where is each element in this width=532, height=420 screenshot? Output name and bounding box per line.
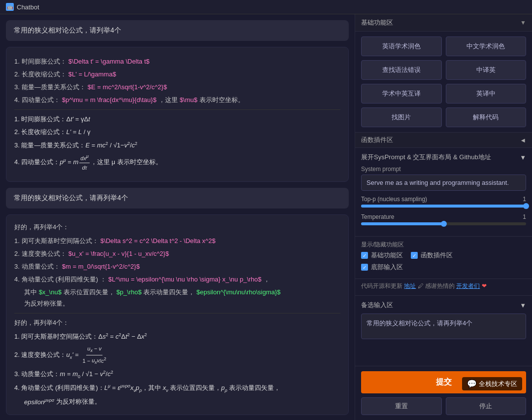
main-layout: 常用的狭义相对论公式，请列举4个 1. 时间膨胀公式： $\Delta t' =…	[0, 14, 532, 420]
chat-panel[interactable]: 常用的狭义相对论公式，请列举4个 1. 时间膨胀公式： $\Delta t' =…	[0, 14, 355, 420]
watermark: 💬 全栈技术专区	[462, 377, 522, 390]
plain2-2: 2. 速度变换公式：ux' = ux − v1 − uxv/c2	[14, 344, 340, 367]
alt-input-section: 备选输入区 ▼ 常用的狭义相对论公式，请再列举4个	[355, 296, 532, 366]
stop-button[interactable]: 停止	[446, 397, 527, 415]
formula-line-3: 3. 能量—质量关系公式： $E = mc^2/\sqrt{1-v^2/c^2}…	[14, 82, 340, 93]
temperature-slider[interactable]	[361, 222, 526, 225]
expand-section: 展开SysPrompt & 交互界面布局 & Github地址 ▼ System…	[355, 148, 532, 237]
heart-icon: ❤	[482, 282, 487, 289]
user-message-2: 常用的狭义相对论公式，请再列举4个	[6, 188, 349, 209]
visibility-section: 显示/隐藏功能区 ✓ 基础功能区 ✓ 函数插件区	[355, 237, 532, 279]
plugin-section-header[interactable]: 函数插件区 ◄	[355, 132, 532, 148]
checkbox-plugin-box: ✓	[411, 252, 418, 259]
user-message-1: 常用的狭义相对论公式，请列举4个	[6, 20, 349, 41]
checkbox-bottom-box: ✓	[361, 264, 368, 271]
dev-link[interactable]: 开发者们	[456, 282, 480, 289]
alt-input-textarea[interactable]: 常用的狭义相对论公式，请再列举4个	[361, 314, 526, 339]
checkbox-basic-box: ✓	[361, 252, 368, 259]
btn-cn-to-en[interactable]: 中译英	[446, 60, 527, 80]
formula-line-2: 2. 长度收缩公式： $L' = L/\gamma$	[14, 69, 340, 80]
alt-input-arrow: ▼	[520, 302, 526, 309]
formula2-line-4: 4. 角动量公式 (利用四维矢量) ： $L^\mu = \epsilon^{\…	[14, 274, 340, 285]
top-p-label-row: Top-p (nucleus sampling) 1	[361, 196, 526, 203]
source-link[interactable]: 地址	[404, 282, 416, 289]
system-prompt-value: Serve me as a writing and programming as…	[361, 175, 526, 191]
system-prompt-label: System prompt	[361, 166, 526, 173]
checkbox-plugin[interactable]: ✓ 函数插件区	[411, 251, 453, 260]
plain2-1: 1. 闵可夫斯基时空间隔公式：Δs2 = c2Δt2 − Δx2	[14, 331, 340, 342]
btn-explain-code[interactable]: 解释代码	[446, 107, 527, 127]
btn-cn-polish[interactable]: 中文学术润色	[446, 36, 527, 56]
bottom-buttons: 提交 重置 停止	[355, 366, 532, 420]
btn-grammar[interactable]: 查找语法错误	[361, 60, 442, 80]
visibility-label: 显示/隐藏功能区	[361, 241, 526, 249]
expand-arrow: ▼	[520, 154, 526, 161]
checkbox-row-2: ✓ 底部输入区	[361, 263, 526, 272]
basic-section-header[interactable]: 基础功能区 ▼	[355, 14, 532, 32]
top-p-slider[interactable]	[361, 205, 526, 208]
bottom-row: 重置 停止	[361, 397, 526, 415]
reset-button[interactable]: 重置	[361, 397, 442, 415]
source-line: 代码开源和更新 地址 🖊 感谢热情的 开发者们 ❤	[355, 279, 532, 296]
plain-1: 1. 时间膨胀公式：Δt' = γΔt	[14, 114, 340, 125]
plain-3: 3. 能量—质量关系公式：E = mc2 / √1−v2/c2	[14, 140, 340, 151]
top-p-slider-row: Top-p (nucleus sampling) 1	[361, 196, 526, 208]
btn-academic[interactable]: 学术中英互译	[361, 84, 442, 104]
plain2-4: 4. 角动量公式 (利用四维矢量)：Lμ = εμνρσxνpρ，其中 xν 表…	[14, 383, 340, 394]
formula2-line-2: 2. 速度变换公式： $u_x' = \frac{u_x - v}{1 - u_…	[14, 248, 340, 259]
wechat-icon: 💬	[467, 379, 477, 388]
app-title: Chatbot	[17, 3, 39, 11]
btn-en-polish[interactable]: 英语学术润色	[361, 36, 442, 56]
formula2-line-3: 3. 动质量公式： $m = m_0/\sqrt{1-v^2/c^2}$	[14, 261, 340, 272]
checkbox-bottom[interactable]: ✓ 底部输入区	[361, 263, 403, 272]
temperature-label-row: Temperature 1	[361, 213, 526, 220]
plain-4: 4. 四动量公式：pμ = mdxμdτ，这里 μ 表示时空坐标。	[14, 153, 340, 173]
plain2-3: 3. 动质量公式：m = m0 / √1 − v2/c2	[14, 369, 340, 381]
title-bar: 🤖 Chatbot	[0, 0, 532, 14]
formula2-line-1: 1. 闵可夫斯基时空间隔公式： $\Delta s^2 = c^2 \Delta…	[14, 236, 340, 246]
basic-btn-grid: 英语学术润色 中文学术润色 查找语法错误 中译英 学术中英互译 英译中 找图片 …	[355, 32, 532, 132]
expand-section-toggle[interactable]: 展开SysPrompt & 交互界面布局 & Github地址 ▼	[361, 153, 526, 162]
alt-input-toggle[interactable]: 备选输入区 ▼	[361, 301, 526, 310]
btn-find-img[interactable]: 找图片	[361, 107, 442, 127]
assistant-message-2: 好的，再列举4个： 1. 闵可夫斯基时空间隔公式： $\Delta s^2 = …	[6, 214, 349, 415]
checkbox-row-1: ✓ 基础功能区 ✓ 函数插件区	[361, 251, 526, 260]
btn-en-to-cn[interactable]: 英译中	[446, 84, 527, 104]
basic-section-arrow: ▼	[520, 19, 526, 26]
assistant-message-1: 1. 时间膨胀公式： $\Delta t' = \gamma \Delta t$…	[6, 47, 349, 182]
formula-line-1: 1. 时间膨胀公式： $\Delta t' = \gamma \Delta t$	[14, 56, 340, 67]
right-panel: 基础功能区 ▼ 英语学术润色 中文学术润色 查找语法错误 中译英 学术中英互译 …	[355, 14, 532, 420]
formula-line-4: 4. 四动量公式： $p^\mu = m \frac{dx^\mu}{d\tau…	[14, 95, 340, 105]
temperature-slider-row: Temperature 1	[361, 213, 526, 225]
checkbox-basic[interactable]: ✓ 基础功能区	[361, 251, 403, 260]
app-icon: 🤖	[6, 3, 14, 11]
plugin-section-arrow: ◄	[520, 137, 526, 144]
plain-2: 2. 长度收缩公式：L' = L / γ	[14, 127, 340, 138]
